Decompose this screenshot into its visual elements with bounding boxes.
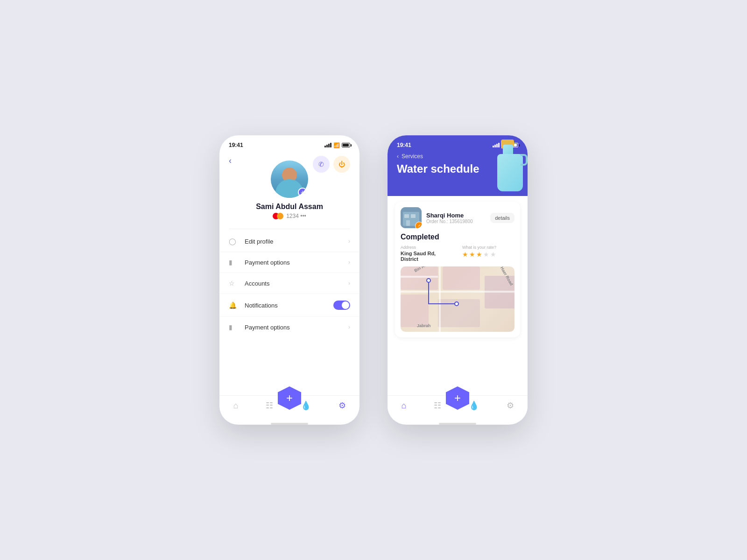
nav-settings-icon-2[interactable]: ⚙ <box>507 400 514 411</box>
back-icon-2: ‹ <box>397 153 399 160</box>
chevron-icon-4: › <box>348 324 350 330</box>
card-info: 1234 ••• <box>273 213 306 219</box>
power-action-button[interactable]: ⏻ <box>333 156 350 173</box>
card-icon-1: ▮ <box>229 259 239 266</box>
battery-icon <box>342 143 350 147</box>
order-card: ✓ Sharqi Home Order No.: 135619800 detai… <box>395 202 520 337</box>
bell-icon: 🔔 <box>229 301 239 309</box>
svg-point-6 <box>455 302 458 306</box>
mastercard-logo <box>273 213 283 219</box>
mc-orange-circle <box>277 213 283 219</box>
phone2-water-schedule: 19:41 📶 ‹ Services <box>388 135 528 425</box>
address-column: Address King Saud Rd, District <box>401 245 453 262</box>
status-bar-1: 19:41 📶 <box>219 135 359 151</box>
back-button-1[interactable]: ‹ <box>229 156 232 166</box>
nav-home-icon-2[interactable]: ⌂ <box>401 401 406 411</box>
edit-profile-label: Edit profile <box>245 238 348 245</box>
nav-drop-icon[interactable]: 💧 <box>301 400 311 411</box>
home-indicator-2 <box>439 423 476 425</box>
route-svg <box>401 266 514 332</box>
svg-rect-3 <box>411 214 416 218</box>
star-4: ★ <box>483 251 489 258</box>
home-indicator-1 <box>271 423 308 425</box>
property-thumbnail: ✓ <box>401 207 422 228</box>
profile-section: ‹ ✆ ⏻ + Sami Abdul Assam <box>219 151 359 229</box>
svg-rect-2 <box>404 214 409 218</box>
rating-column: What is your rate? ★ ★ ★ ★ ★ <box>462 245 514 262</box>
order-details-row: Address King Saud Rd, District What is y… <box>401 245 514 262</box>
order-status: Completed <box>401 233 514 241</box>
menu-item-payment-1[interactable]: ▮ Payment options › <box>219 252 359 273</box>
map-area: Bin Abdulaziz Al Haer Road Jabrah <box>401 266 514 332</box>
menu-list: ◯ Edit profile › ▮ Payment options › ☆ A… <box>219 229 359 395</box>
star-icon: ☆ <box>229 280 239 287</box>
menu-item-notifications[interactable]: 🔔 Notifications <box>219 294 359 317</box>
svg-rect-4 <box>406 220 410 226</box>
star-5: ★ <box>490 251 496 258</box>
bottle-body <box>497 154 523 191</box>
order-number: Order No.: 135619800 <box>426 219 486 224</box>
add-icon-1: + <box>286 392 293 405</box>
svg-rect-1 <box>403 212 419 226</box>
top-actions: ✆ ⏻ <box>313 156 350 173</box>
nav-list-icon[interactable]: ☷ <box>266 400 273 411</box>
user-name: Sami Abdul Assam <box>256 203 323 211</box>
water-bottle-image <box>493 140 528 191</box>
bottom-nav-2: ⌂ ☷ + 💧 ⚙ <box>388 395 528 420</box>
payment-label-2: Payment options <box>245 324 348 331</box>
nav-settings-icon[interactable]: ⚙ <box>338 400 346 411</box>
chevron-icon-3: › <box>348 280 350 287</box>
power-icon: ⏻ <box>338 161 345 168</box>
address-label: Address <box>401 245 453 250</box>
menu-item-edit-profile[interactable]: ◯ Edit profile › <box>219 231 359 252</box>
star-2: ★ <box>469 251 475 258</box>
nav-home-icon[interactable]: ⌂ <box>233 401 238 411</box>
services-label: Services <box>402 153 423 160</box>
nav-drop-icon-2[interactable]: 💧 <box>469 400 479 411</box>
card-icon-2: ▮ <box>229 323 239 331</box>
star-1: ★ <box>462 251 468 258</box>
phone-icon: ✆ <box>318 161 324 168</box>
order-header: ✓ Sharqi Home Order No.: 135619800 detai… <box>401 207 514 228</box>
avatar-add-icon[interactable]: + <box>298 188 307 197</box>
add-icon-2: + <box>454 392 461 405</box>
notifications-toggle[interactable] <box>333 301 350 310</box>
menu-item-payment-2[interactable]: ▮ Payment options › <box>219 317 359 337</box>
time-1: 19:41 <box>229 142 243 148</box>
nav-list-icon-2[interactable]: ☷ <box>434 400 441 411</box>
notifications-label: Notifications <box>245 302 333 309</box>
chevron-icon-2: › <box>348 259 350 266</box>
address-value: King Saud Rd, District <box>401 251 453 262</box>
verified-badge: ✓ <box>416 223 422 228</box>
header-bar: 19:41 📶 ‹ Services <box>388 135 528 196</box>
order-info: Sharqi Home Order No.: 135619800 <box>426 212 486 224</box>
star-3: ★ <box>476 251 482 258</box>
svg-point-5 <box>427 279 430 282</box>
property-name: Sharqi Home <box>426 212 486 219</box>
payment-label-1: Payment options <box>245 259 348 266</box>
chevron-icon: › <box>348 238 350 245</box>
time-2: 19:41 <box>397 142 411 148</box>
star-rating[interactable]: ★ ★ ★ ★ ★ <box>462 251 514 258</box>
rate-label: What is your rate? <box>462 245 514 250</box>
menu-item-accounts[interactable]: ☆ Accounts › <box>219 273 359 294</box>
bottom-nav-1: ⌂ ☷ + 💧 ⚙ <box>219 395 359 420</box>
map-label-3: Jabrah <box>417 323 431 328</box>
signal-icon <box>324 143 331 147</box>
phone1-profile: 19:41 📶 ‹ ✆ ⏻ <box>219 135 359 425</box>
wifi-icon: 📶 <box>333 142 340 148</box>
card-content: ✓ Sharqi Home Order No.: 135619800 detai… <box>388 196 528 395</box>
card-number: 1234 ••• <box>286 213 306 219</box>
person-icon: ◯ <box>229 238 239 245</box>
bottle-handle <box>521 154 528 166</box>
property-image <box>401 207 422 228</box>
avatar: + <box>271 161 308 198</box>
status-icons-1: 📶 <box>324 142 350 148</box>
phone-action-button[interactable]: ✆ <box>313 156 330 173</box>
details-button[interactable]: details <box>490 213 514 223</box>
accounts-label: Accounts <box>245 280 348 287</box>
